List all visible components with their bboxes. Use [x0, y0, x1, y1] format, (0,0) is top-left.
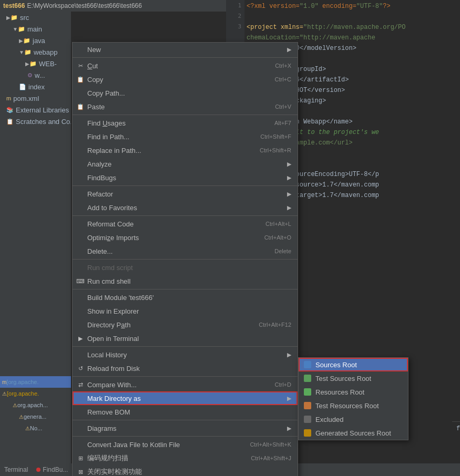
menu-item-add-favorites[interactable]: Add to Favorites ▶ [73, 201, 298, 214]
tree-item-org-apache3[interactable]: ⚠ org.apach... [0, 399, 71, 411]
submenu-item-test-sources[interactable]: Test Sources Root [299, 371, 408, 385]
tree-label-index: index [28, 83, 45, 91]
menu-item-replace-in-path[interactable]: Replace in Path... Ctrl+Shift+R [73, 143, 298, 157]
maven-icon: m [2, 379, 6, 385]
menu-item-build-module[interactable]: Build Module 'test666' [73, 291, 298, 304]
menu-item-findbugs[interactable]: FindBugs ▶ [73, 171, 298, 184]
tree-item-webfile[interactable]: ⚙ w... [0, 69, 71, 81]
submenu-item-test-resources[interactable]: Test Resources Root [299, 399, 408, 412]
tree-item-org-apache2[interactable]: ⚠ [org.apache. [0, 388, 71, 399]
menu-label-cut: Cut [87, 62, 98, 70]
tree-item-scratches[interactable]: 📋 Scratches and Co... [0, 116, 71, 127]
shortcut-find-usages: Alt+F7 [274, 120, 291, 126]
menu-item-optimize-imports[interactable]: Optimize Imports Ctrl+Alt+O [73, 231, 298, 244]
separator4 [73, 215, 298, 216]
shortcut-dir-path: Ctrl+Alt+F12 [259, 322, 291, 328]
tree-item-web[interactable]: ▶ 📁 WEB- [0, 58, 71, 69]
title-bar: test666 E:\MyWorkspace\test666\test666\t… [0, 0, 226, 12]
shortcut-optimize: Ctrl+Alt+O [264, 234, 291, 241]
terminal-label: Terminal [4, 466, 28, 473]
shortcut-scan: Ctrl+Alt+Shift+J [251, 455, 291, 461]
lib-icon: 📚 [6, 107, 14, 113]
menu-label-open-terminal: Open in Terminal [87, 335, 139, 343]
menu-item-show-explorer[interactable]: Show in Explorer [73, 304, 298, 318]
tab-terminal[interactable]: Terminal [0, 463, 32, 476]
xml-icon: m [6, 95, 11, 101]
menu-item-local-history[interactable]: Local History ▶ [73, 348, 298, 361]
copy-icon: 📋 [76, 75, 85, 84]
test-sources-icon [304, 375, 311, 382]
menu-item-find-usages[interactable]: Find Usages Alt+F7 [73, 116, 298, 130]
tree-item-pom[interactable]: m pom.xml [0, 92, 71, 104]
arrow-right-icon2: ▶ [287, 161, 291, 168]
submenu-item-generated[interactable]: Generated Sources Root [299, 426, 408, 440]
menu-item-find-in-path[interactable]: Find in Path... Ctrl+Shift+F [73, 130, 298, 143]
menu-label-code-scan: 编码规约扫描 [87, 453, 128, 463]
tree-item-main[interactable]: ▼ 📁 main [0, 23, 71, 35]
menu-item-delete[interactable]: Delete... Delete [73, 244, 298, 258]
arrow-right-icon: ▶ [287, 46, 291, 53]
menu-item-cut[interactable]: ✂ Cut Ctrl+X [73, 59, 298, 73]
menu-label-reformat: Reformat Code [87, 220, 134, 228]
tree-item-genera[interactable]: ⚠ genera... [0, 411, 71, 422]
submenu-label-excluded: Excluded [315, 416, 343, 423]
menu-item-code-scan[interactable]: ⊞ 编码规约扫描 Ctrl+Alt+Shift+J [73, 451, 298, 465]
menu-item-refactor[interactable]: Refactor ▶ [73, 187, 298, 201]
tree-label-genera: genera... [24, 413, 46, 420]
submenu-label-sources-root: Sources Root [315, 361, 357, 369]
separator3 [73, 185, 298, 186]
menu-item-new[interactable]: New ▶ [73, 43, 298, 56]
arrow-right-icon4: ▶ [287, 191, 291, 198]
scan-icon: ⊞ [76, 453, 85, 463]
menu-item-copy[interactable]: 📋 Copy Ctrl+C [73, 73, 298, 86]
menu-item-open-terminal[interactable]: ▶ Open in Terminal [73, 332, 298, 345]
submenu-item-excluded[interactable]: Excluded [299, 412, 408, 426]
submenu-item-resources[interactable]: Resources Root [299, 385, 408, 399]
menu-label-diagrams: Diagrams [87, 425, 117, 432]
menu-item-close-realtime[interactable]: ⊠ 关闭实时检测功能 [73, 465, 298, 476]
menu-item-remove-bom[interactable]: Remove BOM [73, 405, 298, 419]
context-menu: New ▶ ✂ Cut Ctrl+X 📋 Copy Ctrl+C Copy Pa… [72, 42, 298, 476]
menu-label-run-shell: Run cmd shell [87, 277, 130, 285]
menu-item-diagrams[interactable]: Diagrams ▶ [73, 421, 298, 435]
submenu-item-sources-root[interactable]: Sources Root [299, 358, 408, 371]
tab-findbugs[interactable]: FindBu... [32, 463, 72, 476]
menu-item-compare[interactable]: ⇄ Compare With... Ctrl+D [73, 378, 298, 391]
submenu-mark-directory: Sources Root Test Sources Root Resources… [298, 357, 408, 440]
arrow-icon: ▶ [25, 61, 29, 67]
menu-item-analyze[interactable]: Analyze ▶ [73, 157, 298, 171]
test-resources-icon [304, 402, 311, 409]
menu-label-directory-path: Directory Path [87, 321, 130, 329]
menu-item-reformat[interactable]: Reformat Code Ctrl+Alt+L [73, 217, 298, 231]
code-line-4: chemaLocation="http://maven.apache [247, 33, 458, 43]
line-4 [226, 32, 244, 42]
warning-icon3: ⚠ [19, 414, 24, 420]
menu-item-reload[interactable]: ↺ Reload from Disk [73, 361, 298, 375]
menu-item-copy-path[interactable]: Copy Path... [73, 86, 298, 100]
menu-item-paste[interactable]: 📋 Paste Ctrl+V [73, 100, 298, 113]
java-folder-icon: 📁 [23, 37, 30, 44]
cut-icon: ✂ [76, 61, 85, 70]
tree-item-java[interactable]: ▶ 📁 java [0, 35, 71, 46]
menu-label-find-in-path: Find in Path... [87, 133, 129, 141]
menu-item-convert-kotlin[interactable]: Convert Java File to Kotlin File Ctrl+Al… [73, 438, 298, 451]
tree-item-webapp[interactable]: ▼ 📁 webapp [0, 46, 71, 58]
arrow-icon: ▼ [13, 26, 18, 32]
code-line-2 [247, 12, 458, 22]
scratch-icon: 📋 [6, 118, 14, 125]
tree-item-index[interactable]: 📄 index [0, 81, 71, 92]
tree-item-external-libs[interactable]: 📚 External Libraries [0, 104, 71, 116]
tree-item-org-apache1[interactable]: m [org.apache. [0, 376, 71, 388]
found-text: found [456, 425, 460, 432]
tree-item-src[interactable]: ▶ 📁 src [0, 12, 71, 23]
reload-icon: ↺ [76, 364, 85, 373]
menu-item-run-shell[interactable]: ⌨ Run cmd shell [73, 274, 298, 288]
warning-icon4: ⚠ [25, 426, 30, 431]
folder-icon: 📁 [24, 49, 32, 56]
menu-item-mark-directory[interactable]: Mark Directory as ▶ [73, 391, 298, 405]
code-line-3: <project xmlns="http://maven.apache.org/… [247, 22, 458, 33]
menu-item-directory-path[interactable]: Directory Path Ctrl+Alt+F12 [73, 318, 298, 332]
folder-icon: 📁 [18, 26, 25, 33]
warning-icon2: ⚠ [13, 402, 17, 408]
tree-item-no[interactable]: ⚠ No... [0, 422, 71, 434]
